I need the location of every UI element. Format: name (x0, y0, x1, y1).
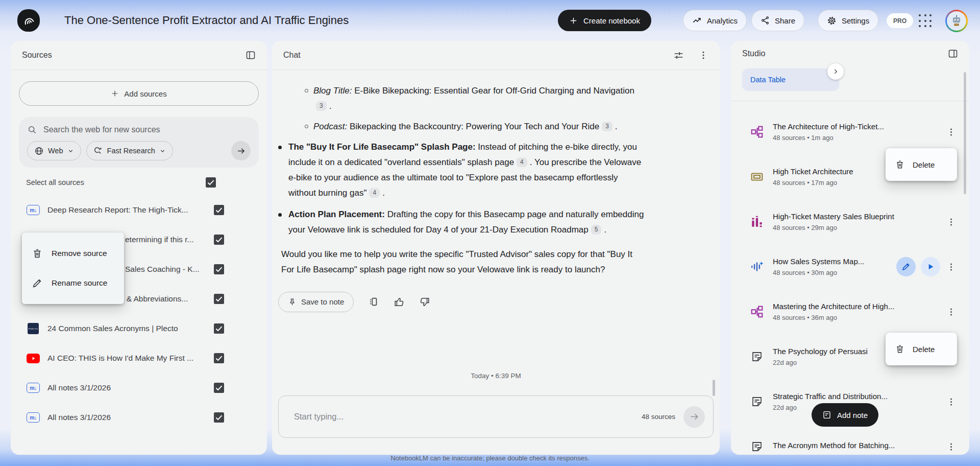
studio-item-meta: 48 sources • 30m ago (773, 269, 864, 276)
citation-chip[interactable]: 3 (602, 122, 612, 131)
source-list-item[interactable]: PLECTO 24 Common Sales Acronyms | Plecto (11, 314, 267, 343)
add-note-button[interactable]: Add note (812, 403, 878, 427)
citation-chip[interactable]: 3 (316, 101, 327, 111)
search-input[interactable] (43, 125, 251, 134)
sub-bullet-tail: . (329, 101, 332, 111)
source-count: 48 sources (642, 413, 675, 421)
source-checkbox[interactable] (214, 294, 224, 304)
save-to-note-button[interactable]: Save to note (278, 292, 354, 312)
thumb-up-icon[interactable] (394, 296, 405, 308)
source-list-item[interactable]: m↓ Deep Research Report: The High-Tick..… (11, 195, 267, 225)
delete-menu-item[interactable]: Delete (886, 148, 957, 181)
citation-chip[interactable]: 5 (591, 225, 602, 235)
apps-grid-icon[interactable] (919, 14, 933, 28)
sources-list: m↓ Deep Research Report: The High-Tick..… (11, 195, 267, 432)
remove-source-label: Remove source (52, 249, 107, 258)
source-list-item[interactable]: AI CEO: THIS is How I'd Make My First ..… (11, 343, 267, 373)
chat-sub-bullet: Blog Title: E-Bike Bikepacking: Essentia… (305, 83, 679, 114)
markdown-note-icon: m↓ (26, 412, 40, 423)
citation-chip[interactable]: 4 (369, 188, 380, 198)
hollow-bullet-marker (305, 125, 308, 128)
interactive-mode-button[interactable] (896, 257, 916, 276)
source-list-item[interactable]: m↓ All notes 3/1/2026 (11, 403, 267, 432)
studio-item-title: High Ticket Architecture (773, 167, 853, 176)
more-vert-icon[interactable] (946, 217, 956, 227)
source-checkbox[interactable] (214, 412, 224, 423)
create-notebook-button[interactable]: Create notebook (558, 10, 651, 31)
more-vert-icon[interactable] (698, 50, 708, 60)
source-list-item[interactable]: m↓ All notes 3/1/2026 (11, 373, 267, 403)
share-label: Share (775, 16, 795, 25)
search-submit-button[interactable] (231, 141, 251, 160)
markdown-note-icon: m↓ (26, 383, 40, 393)
remove-source-menu-item[interactable]: Remove source (22, 239, 124, 268)
sources-panel: Sources Add sources Web Fast Research (11, 41, 267, 455)
studio-scrollbar[interactable] (964, 72, 966, 194)
web-filter-label: Web (48, 147, 63, 155)
chat-panel-title: Chat (283, 51, 301, 60)
chevron-right-icon[interactable] (827, 63, 844, 80)
copy-icon[interactable] (368, 296, 379, 308)
source-checkbox[interactable] (214, 383, 224, 393)
chevron-down-icon (159, 148, 166, 154)
source-checkbox[interactable] (214, 323, 224, 334)
tune-icon[interactable] (673, 50, 684, 61)
web-filter-dropdown[interactable]: Web (27, 141, 81, 160)
citation-chip[interactable]: 4 (517, 157, 527, 167)
select-all-checkbox[interactable] (206, 177, 216, 188)
rename-source-label: Rename source (52, 278, 107, 288)
source-title: 24 Common Sales Acronyms | Plecto (47, 324, 178, 333)
avatar[interactable] (945, 10, 968, 32)
disclaimer-text: NotebookLM can be inaccurate; please dou… (0, 454, 980, 462)
source-checkbox[interactable] (214, 353, 224, 363)
settings-button[interactable]: Settings (818, 10, 878, 31)
studio-item[interactable]: High-Ticket Mastery Sales Blueprint48 so… (731, 199, 969, 244)
source-checkbox[interactable] (214, 235, 224, 245)
chat-scrollbar[interactable] (713, 380, 715, 396)
add-sources-button[interactable]: Add sources (19, 81, 259, 106)
chat-input[interactable] (294, 412, 642, 422)
sub-bullet-label: Blog Title: (313, 86, 352, 96)
source-title: Sales Coaching - K... (125, 265, 200, 274)
research-mode-dropdown[interactable]: Fast Research (86, 141, 173, 160)
more-vert-icon[interactable] (946, 262, 956, 272)
delete-menu-item[interactable]: Delete (886, 333, 957, 365)
notebook-title[interactable]: The One-Sentence Profit Extractor and AI… (64, 0, 349, 41)
more-vert-icon[interactable] (946, 127, 956, 137)
studio-item[interactable]: The Architecture of High-Ticket...48 sou… (731, 109, 969, 154)
studio-item-title: The Architecture of High-Ticket... (773, 122, 884, 131)
settings-label: Settings (842, 16, 869, 25)
chat-panel: Chat Blog Title: E-Bike Bikepacking: Ess… (272, 41, 720, 455)
chat-sub-bullet: Podcast: Bikepacking the Backcountry: Po… (305, 119, 679, 134)
send-button[interactable] (683, 406, 705, 428)
more-vert-icon[interactable] (946, 307, 956, 317)
sub-bullet-tail: . (615, 122, 618, 131)
studio-item-title: How Sales Systems Map... (773, 257, 864, 266)
studio-item[interactable]: The Acronym Method for Batching... (731, 424, 969, 455)
studio-item[interactable]: How Sales Systems Map...48 sources • 30m… (731, 244, 969, 289)
chat-bullet: The "Buy It For Life Basecamp" Splash Pa… (278, 139, 679, 201)
studio-item[interactable]: Mastering the Architecture of High...48 … (731, 289, 969, 334)
play-button[interactable] (921, 257, 940, 276)
more-vert-icon[interactable] (946, 397, 956, 407)
data-table-chip[interactable]: Data Table (742, 68, 839, 91)
notebooklm-logo[interactable] (17, 9, 40, 32)
search-icon (27, 125, 37, 135)
analytics-button[interactable]: Analytics (683, 10, 747, 31)
bullet-marker (278, 213, 282, 217)
analytics-label: Analytics (707, 16, 738, 25)
source-checkbox[interactable] (214, 264, 224, 274)
thumb-down-icon[interactable] (419, 296, 430, 308)
trash-icon (32, 248, 43, 259)
rename-source-menu-item[interactable]: Rename source (22, 268, 124, 298)
more-vert-icon[interactable] (946, 442, 956, 452)
panel-collapse-icon[interactable] (246, 50, 256, 60)
studio-item-meta: 48 sources • 29m ago (773, 224, 894, 231)
share-button[interactable]: Share (751, 10, 804, 31)
bullet-marker (278, 146, 282, 149)
panel-collapse-icon[interactable] (948, 49, 958, 59)
source-title: All notes 3/1/2026 (47, 413, 111, 422)
add-sources-label: Add sources (124, 89, 166, 98)
chat-closing-paragraph: Would you like me to help you write the … (281, 247, 645, 277)
source-checkbox[interactable] (214, 205, 224, 215)
